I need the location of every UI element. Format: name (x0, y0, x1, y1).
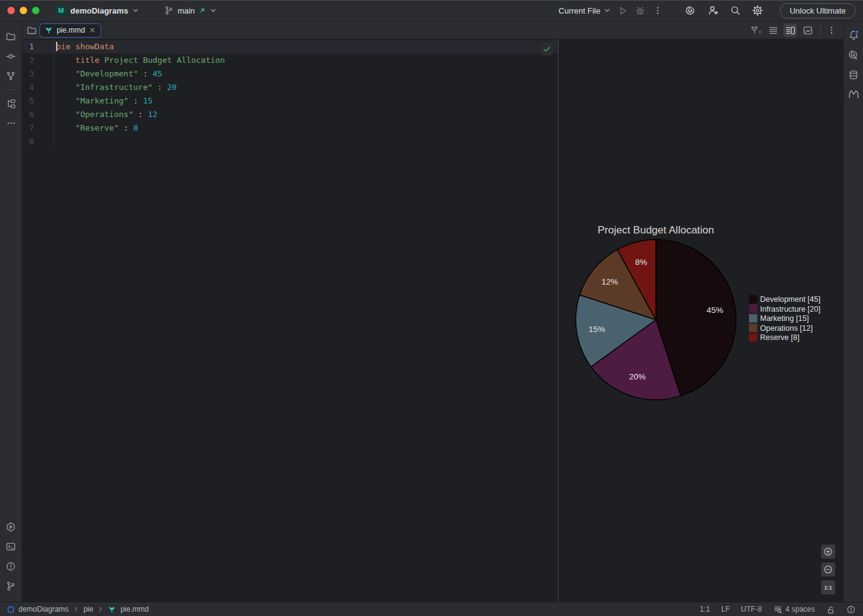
error-circle-icon (846, 605, 856, 614)
readonly-toggle-widget[interactable] (826, 605, 835, 614)
git-fork-icon (6, 71, 16, 81)
project-logo-icon: M (55, 5, 67, 16)
commit-tool-button[interactable] (2, 47, 20, 65)
ai-assistant-button[interactable] (682, 2, 700, 19)
vcs-tool-button[interactable] (2, 67, 20, 84)
minimize-window-button[interactable] (20, 7, 27, 14)
code-line[interactable]: 3 "Development" : 45 (22, 67, 558, 81)
encoding-widget[interactable]: UTF-8 (741, 605, 762, 614)
project-tool-button[interactable] (2, 28, 20, 45)
more-tool-windows-button[interactable] (2, 115, 20, 132)
window-controls (7, 7, 39, 14)
code-line[interactable]: 2 title Project Budget Allocation (22, 54, 558, 67)
mermaid-chart-tool-button[interactable] (845, 86, 862, 103)
ellipsis-icon (6, 118, 16, 128)
services-tool-button[interactable] (2, 518, 20, 535)
module-icon (7, 606, 14, 613)
notifications-button[interactable] (845, 26, 862, 44)
editor-options-button[interactable] (825, 23, 838, 37)
legend-swatch (749, 295, 758, 304)
ai-chat-tool-button[interactable] (845, 46, 862, 63)
git-branch-icon (6, 581, 16, 591)
structure-tool-button[interactable] (2, 95, 20, 112)
line-number: 8 (22, 135, 54, 148)
code-text: "Infrastructure" : 20 (54, 81, 558, 94)
code-editor[interactable]: 1pie showData2 title Project Budget Allo… (22, 39, 558, 602)
search-everywhere-button[interactable] (727, 2, 744, 19)
folder-icon (6, 31, 16, 42)
caret-position-widget[interactable]: 1:1 (700, 605, 710, 614)
legend-label: Reserve [8] (760, 333, 800, 342)
mermaid-logo-icon (848, 89, 859, 100)
pie-chart: Project Budget Allocation45%20%15%12%8%D… (573, 221, 838, 411)
tab-pie-mmd[interactable]: pie.mmd (39, 23, 101, 38)
code-line[interactable]: 1pie showData (22, 40, 558, 54)
services-icon (6, 522, 16, 532)
problems-tool-button[interactable] (2, 557, 20, 575)
chevron-right-icon (97, 606, 104, 612)
line-number: 3 (22, 67, 54, 81)
database-tool-button[interactable] (845, 66, 862, 83)
ai-swirl-icon (685, 5, 697, 16)
user-plus-icon (708, 5, 719, 16)
commit-icon (6, 51, 16, 62)
line-number: 6 (22, 108, 54, 121)
tab-label: pie.mmd (57, 26, 85, 34)
code-text: pie showData (54, 40, 558, 54)
project-widget[interactable]: M demoDiagrams (52, 3, 143, 18)
bug-icon (635, 6, 645, 16)
settings-button[interactable] (749, 2, 766, 19)
zoom-out-button[interactable] (821, 562, 835, 577)
split-editor-preview-button[interactable] (783, 23, 797, 37)
inspections-status-widget[interactable] (541, 43, 553, 55)
legend-label: Marketing [15] (760, 314, 809, 323)
titlebar: M demoDiagrams main Current File (0, 0, 863, 22)
breadcrumb-folder[interactable]: pie (83, 605, 93, 614)
run-button[interactable] (615, 2, 632, 19)
zoom-out-icon (824, 565, 833, 574)
pie-slice-label: 20% (629, 372, 645, 381)
editor-and-preview-icon (785, 25, 796, 36)
select-opened-file-button[interactable] (25, 23, 38, 37)
error-analysis-widget[interactable] (846, 605, 856, 614)
legend-swatch (749, 314, 758, 323)
breadcrumb-file[interactable]: pie.mmd (120, 605, 149, 614)
close-icon[interactable] (89, 26, 96, 34)
mermaid-syntax-help-button[interactable]: ? (749, 23, 763, 37)
line-number: 5 (22, 94, 54, 108)
bell-icon (848, 30, 859, 41)
mermaid-file-icon (44, 26, 53, 34)
zoom-in-button[interactable] (821, 545, 835, 559)
code-line[interactable]: 6 "Operations" : 12 (22, 108, 558, 121)
gear-icon (752, 5, 763, 16)
editor-tab-bar: pie.mmd ? (22, 22, 843, 39)
database-icon (848, 70, 859, 80)
unlock-ultimate-button[interactable]: Unlock Ultimate (780, 3, 856, 18)
more-actions-button[interactable] (649, 2, 666, 19)
play-icon (618, 6, 628, 16)
breadcrumb-project[interactable]: demoDiagrams (18, 605, 68, 614)
code-text (54, 135, 558, 148)
code-line[interactable]: 8 (22, 135, 558, 148)
editor-only-view-button[interactable] (766, 23, 780, 37)
maximize-window-button[interactable] (32, 7, 39, 14)
line-separator-widget[interactable]: LF (721, 605, 730, 614)
code-line[interactable]: 5 "Marketing" : 15 (22, 94, 558, 108)
code-with-me-button[interactable] (705, 2, 722, 19)
breadcrumb[interactable]: demoDiagrams pie pie.mmd (7, 605, 149, 614)
code-line[interactable]: 4 "Infrastructure" : 20 (22, 81, 558, 94)
code-line[interactable]: 7 "Reserve" : 8 (22, 121, 558, 135)
push-arrow-icon (198, 7, 206, 14)
close-window-button[interactable] (7, 7, 15, 14)
zoom-reset-button[interactable]: 1:1 (821, 580, 835, 594)
branch-widget[interactable]: main (160, 4, 221, 17)
strip-separator (5, 89, 17, 90)
debug-button[interactable] (632, 2, 649, 19)
version-control-tool-button[interactable] (2, 577, 20, 594)
terminal-tool-button[interactable] (2, 538, 20, 555)
code-text: "Development" : 45 (54, 67, 558, 81)
run-config-selector[interactable]: Current File (558, 6, 611, 15)
indent-widget[interactable]: 4 spaces (773, 605, 815, 614)
chevron-down-icon (603, 7, 611, 14)
preview-only-view-button[interactable] (801, 23, 814, 37)
